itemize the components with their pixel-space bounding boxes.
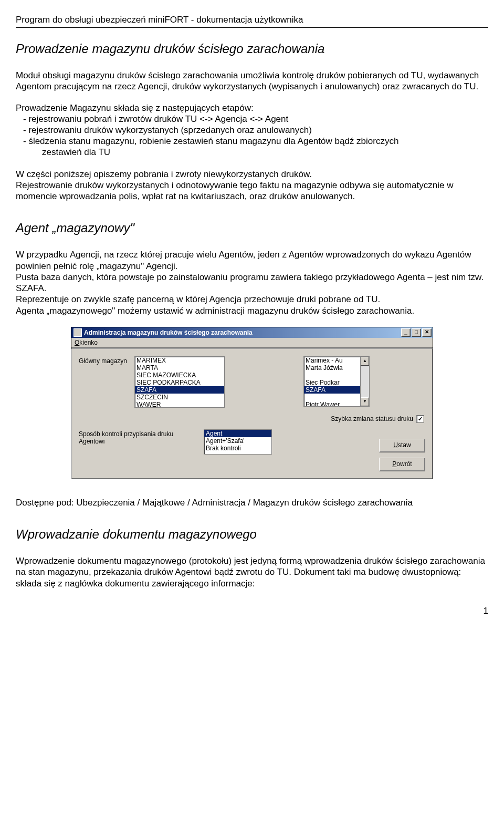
para-desc: W części poniższej opiszemy pobrania i z… bbox=[16, 169, 488, 202]
maximize-button[interactable]: □ bbox=[412, 328, 421, 337]
list-item: rejestrowaniu druków wykorzystanych (spr… bbox=[23, 125, 488, 136]
page-number: 1 bbox=[16, 606, 488, 616]
listbox-magazyn-right[interactable]: Marimex - Au Marta Jóźwia Siec Podkar SZ… bbox=[303, 356, 370, 407]
powrot-button[interactable]: Powrót bbox=[379, 458, 425, 471]
list-item[interactable]: Agent+'Szafa' bbox=[204, 437, 271, 445]
list-item[interactable] bbox=[304, 371, 361, 379]
list-item[interactable]: Siec Podkar bbox=[304, 379, 361, 386]
heading-wprowadzanie: Wprowadzanie dokumentu magazynowego bbox=[16, 527, 488, 542]
scroll-up-icon[interactable]: ▲ bbox=[361, 357, 369, 366]
list-item-selected[interactable]: Agent bbox=[204, 430, 271, 437]
list-item[interactable]: Piotr Wawer bbox=[304, 401, 361, 407]
list-item[interactable]: SIEC PODKARPACKA bbox=[135, 379, 224, 386]
list-item: rejestrowaniu pobrań i zwrotów druków TU… bbox=[23, 113, 488, 125]
para-wprowadzanie: Wprowadzenie dokumentu magazynowego (pro… bbox=[16, 555, 488, 589]
titlebar: Administracja magazynu druków ścisłego z… bbox=[71, 327, 433, 338]
list-item-selected[interactable]: SZAFA bbox=[135, 386, 224, 394]
close-button[interactable]: ✕ bbox=[422, 328, 432, 337]
label-szybka-zmiana: Szybka zmiana statusu druku bbox=[331, 415, 413, 422]
list-item[interactable]: SIEC MAZOWIECKA bbox=[135, 371, 224, 379]
list-item[interactable]: MARIMEX bbox=[135, 357, 224, 364]
list-item-selected[interactable]: SZAFA bbox=[304, 386, 361, 394]
label-glowny-magazyn: Główny magazyn bbox=[79, 356, 134, 365]
para-path: Dostępne pod: Ubezpieczenia / Majątkowe … bbox=[16, 497, 488, 508]
scrollbar[interactable]: ▲ ▼ bbox=[360, 357, 369, 406]
heading-main: Prowadzenie magazynu druków ścisłego zar… bbox=[16, 42, 488, 56]
header-rule bbox=[16, 27, 488, 28]
window-title: Administracja magazynu druków ścisłego z… bbox=[84, 329, 253, 336]
list-item[interactable]: Marta Jóźwia bbox=[304, 364, 361, 371]
menubar[interactable]: Okienko bbox=[71, 338, 433, 348]
heading-agent-magazynowy: Agent „magazynowy" bbox=[16, 221, 488, 235]
list-intro: Prowadzenie Magazynu składa się z następ… bbox=[16, 103, 488, 113]
para-intro: Moduł obsługi magazynu druków ścisłego z… bbox=[16, 70, 488, 92]
list-item: śledzenia stanu magazynu, robienie zesta… bbox=[23, 136, 488, 158]
scroll-down-icon[interactable]: ▼ bbox=[361, 397, 369, 406]
minimize-button[interactable]: _ bbox=[401, 328, 411, 337]
list-item[interactable]: SZCZECIN bbox=[135, 394, 224, 401]
dialog-screenshot: Administracja magazynu druków ścisłego z… bbox=[16, 327, 488, 479]
admin-dialog: Administracja magazynu druków ścisłego z… bbox=[71, 327, 433, 479]
label-sposob-kontroli: Sposób kontroli przypisania druku Agento… bbox=[79, 429, 204, 445]
list-item[interactable]: WAWER bbox=[135, 401, 224, 408]
app-icon bbox=[74, 328, 82, 337]
doc-header: Program do obsługi ubezpieczeń miniFORT … bbox=[16, 15, 488, 25]
ustaw-button[interactable]: Ustaw bbox=[379, 439, 425, 452]
list-item[interactable]: Brak kontroli bbox=[204, 445, 271, 452]
checkbox-szybka-zmiana[interactable]: ✔ bbox=[416, 415, 424, 423]
list-item[interactable] bbox=[304, 394, 361, 401]
para-agent: W przypadku Agencji, na rzecz której pra… bbox=[16, 249, 488, 316]
listbox-kontrola[interactable]: Agent Agent+'Szafa' Brak kontroli bbox=[204, 429, 272, 455]
list-item[interactable]: Marimex - Au bbox=[304, 357, 361, 364]
stages-list: Prowadzenie Magazynu składa się z następ… bbox=[16, 103, 488, 158]
listbox-magazyn-left[interactable]: MARIMEX MARTA SIEC MAZOWIECKA SIEC PODKA… bbox=[134, 356, 225, 408]
list-item[interactable]: MARTA bbox=[135, 364, 224, 371]
